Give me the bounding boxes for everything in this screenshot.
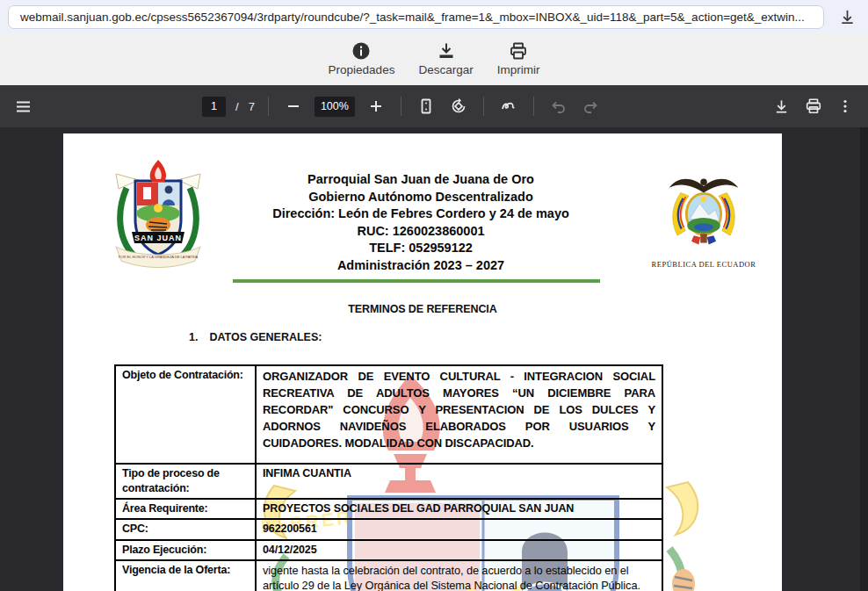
properties-button[interactable]: Propiedades (329, 41, 395, 76)
download-icon (437, 41, 456, 61)
divider (483, 97, 484, 116)
plus-icon (369, 99, 383, 113)
viewer-scrollbar[interactable] (860, 127, 868, 591)
rotate-ccw-icon (450, 97, 467, 115)
section-title: DATOS GENERALES: (209, 331, 322, 343)
viewer-download-button[interactable] (770, 95, 793, 118)
pdf-toolbar-right (770, 95, 857, 118)
pen-squiggle-icon (500, 97, 517, 115)
print-icon (805, 97, 822, 115)
row-value: INFIMA CUANTIA (256, 464, 662, 500)
descargar-label: Descargar (418, 63, 473, 76)
row-label: Vigencia de la Oferta: (115, 560, 256, 591)
row-value: PROYECTOS SOCIALES DEL GAD PARROQUIAL SA… (256, 499, 662, 519)
pdf-menu-button[interactable] (11, 95, 34, 118)
row-label: Área Requirente: (115, 499, 256, 519)
header-line: Parroquial San Juan de Juana de Oro (207, 171, 634, 189)
header-line: Dirección: León de Febres Cordero y 24 d… (207, 205, 634, 223)
download-icon (773, 98, 790, 115)
header-line: Gobierno Autónomo Descentralizado (207, 189, 634, 206)
entity-header-text: Parroquial San Juan de Juana de Oro Gobi… (207, 158, 634, 275)
row-value: 962200561 (256, 519, 662, 539)
hamburger-icon (15, 98, 32, 115)
redo-icon (582, 98, 599, 115)
republic-caption: REPÚBLICA DEL ECUADOR (634, 260, 773, 269)
minus-icon (286, 99, 300, 113)
undo-icon (550, 98, 567, 115)
imprimir-button[interactable]: Imprimir (497, 41, 540, 76)
table-row: Área Requirente: PROYECTOS SOCIALES DEL … (115, 499, 662, 519)
zoom-level-value: 100% (321, 100, 349, 112)
row-value: vigente hasta la celebración del contrat… (256, 560, 662, 591)
table-row: Objeto de Contratación: ORGANIZADOR DE E… (115, 365, 662, 464)
pdf-viewer-area: SAN JUAN POR EL HONOR Y LA GRANDEZA DE L… (0, 127, 868, 591)
table-row: Plazo Ejecución: 04/12/2025 (115, 540, 662, 560)
section-number: 1. (189, 331, 198, 343)
document-header: SAN JUAN POR EL HONOR Y LA GRANDEZA DE L… (63, 133, 782, 275)
redo-button[interactable] (580, 95, 603, 118)
terms-table: Objeto de Contratación: ORGANIZADOR DE E… (114, 364, 663, 591)
doc-title: TERMINOS DE REFERENCIA (63, 303, 782, 315)
row-label: CPC: (115, 519, 256, 539)
ecuador-crest-block: REPÚBLICA DEL ECUADOR (634, 158, 773, 275)
fit-page-button[interactable] (415, 95, 438, 118)
undo-button[interactable] (547, 95, 570, 118)
table-row: CPC: 962200561 (115, 519, 662, 539)
header-rule (233, 279, 600, 283)
sanjuan-motto-text: POR EL HONOR Y LA GRANDEZA DE LA PATRIA (119, 255, 199, 259)
pdf-toolbar-center: 1 / 7 100% (202, 95, 603, 118)
page-number-value: 1 (211, 100, 217, 112)
header-line: TELF: 052959122 (207, 240, 634, 257)
row-label: Tipo de proceso de contratación: (115, 464, 256, 500)
page-count-label: 7 (249, 100, 255, 113)
annotate-button[interactable] (497, 95, 520, 118)
page-separator: / (235, 100, 239, 113)
row-value: ORGANIZADOR DE EVENTO CULTURAL - INTEGRA… (256, 365, 662, 464)
header-line: Administración 2023 – 2027 (207, 257, 634, 275)
zoom-out-button[interactable] (282, 95, 305, 118)
pdf-viewer-toolbar: 1 / 7 100% (0, 85, 868, 127)
attachment-toolbar: Propiedades Descargar Imprimir (0, 33, 868, 85)
kebab-menu-icon (837, 98, 853, 114)
browser-download-button[interactable] (836, 6, 857, 27)
ecuador-crest-logo (662, 171, 745, 250)
table-row: Tipo de proceso de contratación: INFIMA … (115, 464, 662, 500)
row-label: Plazo Ejecución: (115, 540, 256, 560)
viewer-print-button[interactable] (802, 95, 825, 118)
url-text: webmail.sanjuan.gob.ec/cpsess5652367094/… (20, 11, 805, 24)
divider (268, 97, 269, 116)
header-line: RUC: 1260023860001 (207, 223, 634, 241)
address-bar-row: webmail.sanjuan.gob.ec/cpsess5652367094/… (0, 0, 868, 33)
section-heading: 1. DATOS GENERALES: (63, 331, 782, 343)
more-options-button[interactable] (834, 95, 857, 118)
info-icon (351, 41, 371, 61)
descargar-button[interactable]: Descargar (418, 41, 473, 76)
fit-page-icon (418, 98, 434, 114)
table-wrap: FEBRERO DE 1846 (114, 364, 663, 591)
url-input[interactable]: webmail.sanjuan.gob.ec/cpsess5652367094/… (8, 5, 824, 29)
zoom-level-chip[interactable]: 100% (315, 97, 355, 117)
sanjuan-banner-text: SAN JUAN (134, 234, 182, 242)
imprimir-label: Imprimir (497, 63, 540, 76)
sanjuan-crest-logo: SAN JUAN POR EL HONOR Y LA GRANDEZA DE L… (109, 158, 207, 274)
print-icon (509, 41, 528, 61)
properties-label: Propiedades (329, 63, 395, 76)
page-number-input[interactable]: 1 (202, 97, 226, 117)
browser-popup-window: webmail.sanjuan.gob.ec/cpsess5652367094/… (0, 0, 868, 591)
zoom-in-button[interactable] (365, 95, 387, 118)
row-label: Objeto de Contratación: (115, 365, 256, 464)
row-value: 04/12/2025 (256, 540, 662, 560)
divider (401, 97, 401, 116)
download-icon (839, 9, 856, 25)
pdf-page: SAN JUAN POR EL HONOR Y LA GRANDEZA DE L… (63, 133, 782, 591)
table-row: Vigencia de la Oferta: vigente hasta la … (115, 560, 662, 591)
rotate-button[interactable] (447, 95, 470, 118)
divider (533, 97, 534, 116)
